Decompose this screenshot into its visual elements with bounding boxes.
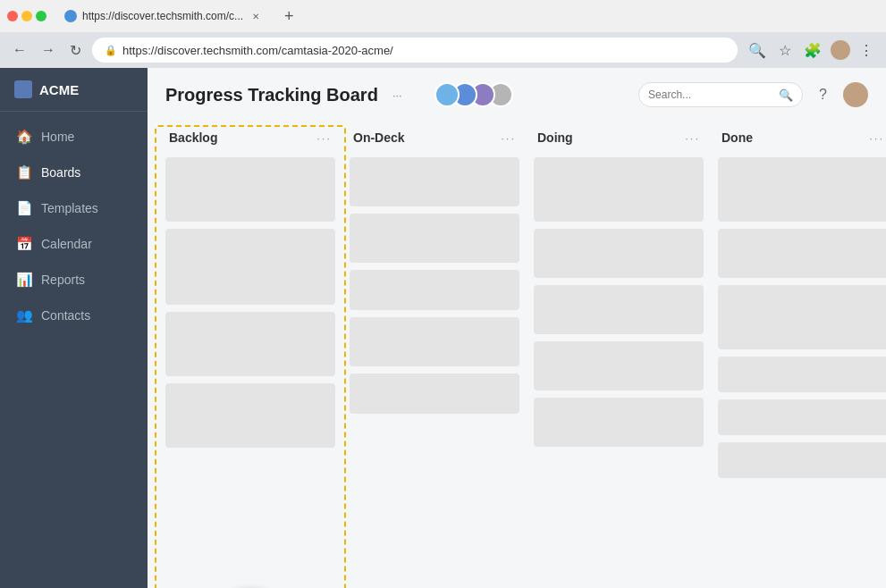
board-card[interactable] [165, 383, 335, 448]
url-text: https://discover.techsmith.com/camtasia-… [122, 44, 393, 57]
done-column-title: Done [721, 130, 753, 145]
done-column-menu[interactable]: ··· [869, 131, 884, 145]
board-card[interactable] [534, 157, 704, 222]
sidebar-item-contacts[interactable]: 👥 Contacts [0, 298, 148, 333]
board-card[interactable] [350, 214, 519, 263]
sidebar-item-calendar[interactable]: 📅 Calendar [0, 226, 148, 262]
sidebar-item-templates[interactable]: 📄 Templates [0, 190, 148, 226]
board-card[interactable] [350, 270, 519, 310]
user-avatar[interactable] [843, 82, 868, 107]
refresh-button[interactable]: ↻ [66, 38, 85, 63]
ondeck-column-header: On-Deck ··· [350, 125, 519, 150]
sidebar-item-home[interactable]: 🏠 Home [0, 119, 148, 155]
sidebar-navigation: 🏠 Home 📋 Boards 📄 Templates 📅 Calendar 📊… [0, 112, 148, 340]
page-menu-button[interactable]: ··· [389, 87, 406, 104]
toolbar-icons: 🔍 ☆ 🧩 ⋮ [745, 38, 877, 63]
board-column-doing: Doing ··· [534, 125, 704, 570]
forward-button[interactable]: → [38, 38, 59, 62]
board-card[interactable] [718, 157, 886, 222]
doing-column-menu[interactable]: ··· [685, 131, 700, 145]
search-input[interactable] [648, 88, 773, 101]
board-card[interactable] [165, 229, 335, 305]
page-title: Progress Tracking Board [165, 85, 378, 105]
minimize-btn[interactable] [21, 11, 32, 21]
backlog-column-wrapper: Backlog ··· [165, 125, 335, 570]
sidebar-item-boards[interactable]: 📋 Boards [0, 155, 148, 190]
browser-toolbar: ← → ↻ 🔒 https://discover.techsmith.com/c… [0, 32, 886, 68]
board-card[interactable] [534, 398, 704, 447]
sidebar-item-reports[interactable]: 📊 Reports [0, 262, 148, 298]
profile-avatar[interactable] [831, 40, 850, 60]
contacts-icon: 👥 [16, 307, 32, 323]
back-button[interactable]: ← [9, 38, 30, 62]
avatars-group [435, 82, 513, 107]
sidebar-header: ACME [0, 68, 148, 112]
board-card[interactable] [718, 399, 886, 435]
backlog-column-title: Backlog [169, 130, 217, 145]
doing-column-title: Doing [537, 130, 573, 145]
address-bar[interactable]: 🔒 https://discover.techsmith.com/camtasi… [92, 38, 738, 63]
browser-tab[interactable]: https://discover.techsmith.com/c... ✕ [54, 4, 270, 29]
backlog-column-header: Backlog ··· [165, 125, 335, 150]
tab-close-icon[interactable]: ✕ [252, 12, 259, 21]
close-btn[interactable] [7, 11, 18, 21]
sidebar-item-label: Contacts [41, 308, 90, 323]
board-card[interactable] [534, 229, 704, 278]
sidebar-logo [14, 80, 32, 98]
new-tab-btn[interactable]: + [277, 7, 301, 26]
board-card[interactable] [350, 317, 519, 366]
tab-title: https://discover.techsmith.com/c... [82, 10, 243, 22]
board-card[interactable] [534, 341, 704, 391]
ondeck-column-title: On-Deck [353, 130, 405, 145]
browser-titlebar: https://discover.techsmith.com/c... ✕ + [0, 0, 886, 32]
board-card[interactable] [718, 442, 886, 478]
sidebar-item-label: Boards [41, 165, 80, 180]
browser-chrome: https://discover.techsmith.com/c... ✕ + … [0, 0, 886, 68]
board-card[interactable] [718, 285, 886, 349]
bookmark-btn[interactable]: ☆ [775, 38, 795, 63]
window-controls [7, 11, 46, 21]
board-column-ondeck: On-Deck ··· [350, 125, 519, 570]
sidebar-title: ACME [39, 82, 79, 97]
backlog-column-menu[interactable]: ··· [316, 131, 332, 145]
lock-icon: 🔒 [105, 45, 117, 56]
search-toolbar-btn[interactable]: 🔍 [745, 38, 770, 63]
board-card[interactable] [165, 157, 335, 222]
search-icon: 🔍 [779, 88, 793, 102]
extensions-btn[interactable]: 🧩 [800, 38, 825, 63]
page-header: Progress Tracking Board ··· 🔍 ? [148, 68, 886, 116]
reports-icon: 📊 [16, 272, 32, 288]
ondeck-column-menu[interactable]: ··· [501, 131, 516, 145]
board-card[interactable] [718, 229, 886, 278]
board-card[interactable] [534, 285, 704, 334]
boards-icon: 📋 [16, 164, 32, 181]
main-content: Progress Tracking Board ··· 🔍 ? [148, 68, 886, 588]
doing-column-header: Doing ··· [534, 125, 704, 150]
sidebar-item-label: Calendar [41, 237, 92, 251]
sidebar-item-label: Reports [41, 273, 85, 287]
board-card[interactable] [718, 357, 886, 392]
calendar-icon: 📅 [16, 236, 32, 252]
tab-favicon [64, 10, 77, 22]
board-card[interactable] [165, 312, 335, 376]
app-container: ACME 🏠 Home 📋 Boards 📄 Templates 📅 Calen… [0, 68, 886, 588]
avatar-1 [435, 82, 460, 107]
sidebar: ACME 🏠 Home 📋 Boards 📄 Templates 📅 Calen… [0, 68, 148, 588]
board-card[interactable] [350, 157, 519, 206]
sidebar-item-label: Templates [41, 201, 98, 215]
maximize-btn[interactable] [36, 11, 46, 21]
help-button[interactable]: ? [814, 85, 832, 105]
board-column-backlog: Backlog ··· [165, 125, 335, 448]
templates-icon: 📄 [16, 200, 32, 216]
menu-btn[interactable]: ⋮ [856, 38, 877, 63]
search-bar: 🔍 [638, 82, 803, 107]
done-column-header: Done ··· [718, 125, 886, 150]
board-column-done: Done ··· [718, 125, 886, 570]
board-card[interactable] [350, 374, 519, 414]
board-area: Backlog ··· [148, 116, 886, 588]
sidebar-item-label: Home [41, 130, 74, 144]
home-icon: 🏠 [16, 129, 32, 145]
